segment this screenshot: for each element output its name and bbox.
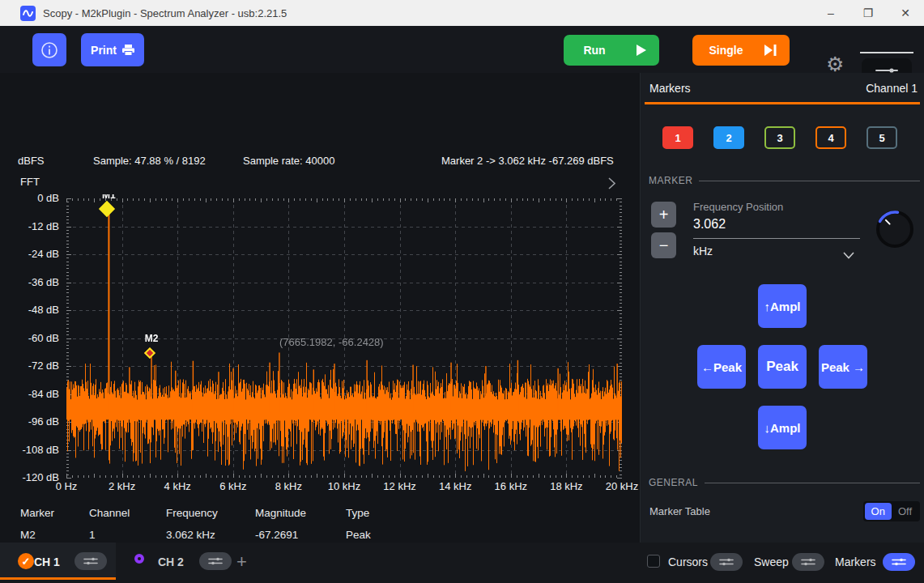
frequency-knob[interactable] [873,207,917,254]
window-controls: – ❐ ✕ [812,0,924,26]
info-icon [40,41,58,59]
peak-button[interactable]: Peak [758,345,807,389]
channel2-label[interactable]: CH 2 [158,555,184,568]
peak-left-button[interactable]: ←Peak [697,345,746,389]
sliders-icon [83,556,99,566]
info-button[interactable] [32,33,66,66]
titlebar: Scopy - M2kPlugin - Spectrum Analyzer - … [0,0,924,26]
y-tick-label: -72 dB [28,360,59,372]
print-button[interactable]: Print [81,33,144,66]
spectrum-plot-region: dBFS Sample: 47.88 % / 8192 Sample rate:… [0,73,640,543]
sweep-label: Sweep [754,555,789,568]
marker-select-button-1[interactable]: 1 [662,126,693,149]
run-button[interactable]: Run [564,35,659,66]
frequency-unit-select[interactable]: kHz [693,245,713,257]
cursors-checkbox[interactable] [647,555,660,568]
single-run-icon [764,45,777,56]
marker-table-cell: Peak [346,529,371,541]
x-tick-label: 18 kHz [540,480,592,492]
cursors-settings-pill[interactable] [710,553,743,571]
amplitude-down-button[interactable]: ↓Ampl [758,406,807,449]
sliders-icon [891,557,907,567]
x-tick-label: 8 kHz [262,480,314,492]
active-tool-indicator [860,52,913,53]
marker-label-M2: M2 [139,333,164,344]
marker-table-toggle[interactable]: On Off [863,501,920,521]
printer-icon [122,45,134,56]
section-line [699,181,920,181]
y-tick-label: -24 dB [28,248,59,260]
frequency-increment-button[interactable]: + [651,202,676,228]
general-section-header: GENERAL [649,477,920,488]
panel-channel-label: Channel 1 [866,82,918,95]
marker-label-M1: M1 [96,194,121,201]
y-axis-labels: 0 dB-12 dB-24 dB-36 dB-48 dB-60 dB-72 dB… [0,194,62,482]
close-button[interactable]: ✕ [887,0,924,26]
channel1-label[interactable]: CH 1 [34,555,60,568]
x-axis-labels: 0 Hz2 kHz4 kHz6 kHz8 kHz10 kHz12 kHz14 k… [66,480,622,493]
x-tick-label: 14 kHz [429,480,481,492]
marker-table-header: Channel [89,507,130,519]
panel-title: Markers [649,82,691,95]
chevron-down-icon[interactable] [843,248,854,262]
x-tick-label: 6 kHz [207,480,259,492]
marker-section-header: MARKER [649,175,920,186]
marker-table-cell: 1 [89,529,96,541]
toolbar: Print Run Single ⚙ [0,26,924,73]
marker-table-header: Type [346,507,369,519]
unit-label: dBFS [18,155,45,167]
x-tick-label: 0 Hz [40,480,92,492]
marker-table-toggle-label: Marker Table [649,505,710,517]
frequency-position-label: Frequency Position [693,201,783,213]
marker-select-button-5[interactable]: 5 [867,126,897,149]
maximize-button[interactable]: ❐ [849,0,887,26]
plot-canvas-area[interactable]: (7665.1982, -66.2428) M1M2 [66,194,622,482]
marker-section-label: MARKER [649,175,692,186]
sliders-icon [207,556,224,566]
fft-mode-label: FFT [20,176,40,188]
toggle-off[interactable]: Off [892,503,918,520]
marker-select-buttons: 12345 [662,126,903,149]
channel1-settings-pill[interactable] [75,552,107,570]
y-tick-label: -60 dB [28,332,59,344]
frequency-input-underline [693,238,860,239]
peak-right-button[interactable]: Peak → [819,345,867,389]
run-button-label: Run [583,44,605,57]
x-tick-label: 10 kHz [318,480,370,492]
single-button[interactable]: Single [692,35,790,66]
channel2-settings-pill[interactable] [199,552,232,570]
add-channel-button[interactable]: + [236,551,247,572]
app-window: Scopy - M2kPlugin - Spectrum Analyzer - … [0,0,924,583]
x-tick-label: 4 kHz [151,480,203,492]
gear-icon[interactable]: ⚙ [826,54,844,74]
marker-table-header: Frequency [166,507,218,519]
markers-label: Markers [835,555,876,568]
marker-table-cell: -67.2691 [255,529,298,541]
marker-select-button-3[interactable]: 3 [764,126,795,149]
chevron-right-icon[interactable] [608,177,615,193]
amplitude-up-button[interactable]: ↑Ampl [758,284,807,328]
toggle-on[interactable]: On [865,503,892,520]
sliders-icon [800,557,816,567]
x-tick-label: 2 kHz [96,480,148,492]
y-tick-label: 0 dB [37,192,59,204]
channel1-enable-checkbox[interactable]: ✓ [18,553,34,569]
sweep-settings-pill[interactable] [792,553,824,571]
marker-table-cell: 3.062 kHz [166,529,215,541]
frequency-decrement-button[interactable]: − [651,232,676,258]
channel2-enable-checkbox[interactable] [134,554,144,564]
frequency-position-value[interactable]: 3.062 [693,217,726,232]
x-tick-label: 16 kHz [485,480,537,492]
marker-table-header-row: MarkerChannelFrequencyMagnitudeType [0,507,405,523]
minimize-button[interactable]: – [812,0,849,26]
sample-info: Sample: 47.88 % / 8192 [93,155,206,167]
marker-table-header: Magnitude [255,507,306,519]
markers-settings-pill[interactable] [883,553,915,571]
y-tick-label: -108 dB [22,444,59,456]
marker-table-cell: M2 [20,529,36,541]
sample-rate-info: Sample rate: 40000 [243,155,334,167]
y-tick-label: -48 dB [28,304,59,316]
marker-select-button-4[interactable]: 4 [815,126,846,149]
y-tick-label: -84 dB [28,388,59,400]
marker-select-button-2[interactable]: 2 [713,126,744,149]
